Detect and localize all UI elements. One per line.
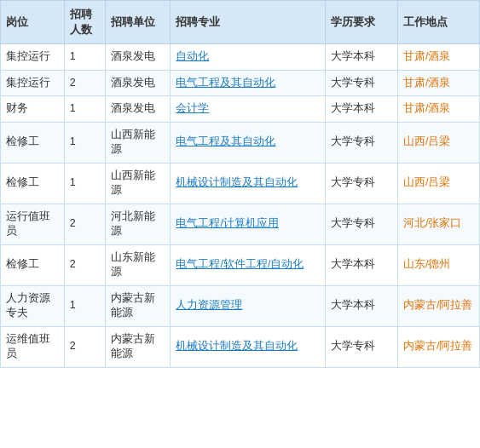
table-row: 运行值班员2河北新能源电气工程/计算机应用大学专科河北/张家口 <box>1 204 480 244</box>
cell-unit: 山西新能源 <box>105 163 171 204</box>
cell-unit: 酒泉发电 <box>105 96 171 123</box>
cell-major[interactable]: 自动化 <box>171 44 325 71</box>
cell-position: 运维值班员 <box>1 326 65 367</box>
cell-location: 甘肃/酒泉 <box>398 70 480 96</box>
cell-position: 集控运行 <box>1 44 65 71</box>
cell-major[interactable]: 电气工程及其自动化 <box>171 122 325 163</box>
job-table: 岗位 招聘人数 招聘单位 招聘专业 学历要求 工作地点 集控运行1酒泉发电自动化… <box>0 0 480 368</box>
cell-count: 1 <box>64 96 105 123</box>
col-header-edu: 学历要求 <box>325 1 397 44</box>
table-row: 集控运行2酒泉发电电气工程及其自动化大学专科甘肃/酒泉 <box>1 70 480 96</box>
cell-location: 山西/吕梁 <box>398 122 480 163</box>
col-header-loc: 工作地点 <box>398 1 480 44</box>
cell-count: 2 <box>64 326 105 367</box>
table-row: 财务1酒泉发电会计学大学本科甘肃/酒泉 <box>1 96 480 123</box>
cell-edu: 大学本科 <box>325 96 397 123</box>
table-row: 运维值班员2内蒙古新能源机械设计制造及其自动化大学专科内蒙古/阿拉善 <box>1 326 480 367</box>
cell-position: 检修工 <box>1 122 65 163</box>
cell-edu: 大学专科 <box>325 70 397 96</box>
table-row: 集控运行1酒泉发电自动化大学本科甘肃/酒泉 <box>1 44 480 71</box>
cell-location: 山西/吕梁 <box>398 163 480 204</box>
cell-edu: 大学专科 <box>325 122 397 163</box>
col-header-major: 招聘专业 <box>171 1 325 44</box>
cell-position: 运行值班员 <box>1 204 65 244</box>
cell-major[interactable]: 电气工程/软件工程/自动化 <box>171 244 325 285</box>
cell-major[interactable]: 会计学 <box>171 96 325 123</box>
cell-major[interactable]: 人力资源管理 <box>171 285 325 326</box>
table-row: 检修工1山西新能源机械设计制造及其自动化大学专科山西/吕梁 <box>1 163 480 204</box>
cell-count: 1 <box>64 163 105 204</box>
table-row: 检修工1山西新能源电气工程及其自动化大学专科山西/吕梁 <box>1 122 480 163</box>
cell-unit: 山东新能源 <box>105 244 171 285</box>
cell-location: 内蒙古/阿拉善 <box>398 326 480 367</box>
cell-edu: 大学本科 <box>325 244 397 285</box>
col-header-unit: 招聘单位 <box>105 1 171 44</box>
col-header-count: 招聘人数 <box>64 1 105 44</box>
cell-position: 检修工 <box>1 163 65 204</box>
cell-location: 甘肃/酒泉 <box>398 44 480 71</box>
cell-position: 人力资源专夫 <box>1 285 65 326</box>
cell-location: 河北/张家口 <box>398 204 480 244</box>
cell-major[interactable]: 电气工程/计算机应用 <box>171 204 325 244</box>
cell-edu: 大学专科 <box>325 326 397 367</box>
cell-count: 2 <box>64 204 105 244</box>
cell-location: 甘肃/酒泉 <box>398 96 480 123</box>
col-header-position: 岗位 <box>1 1 65 44</box>
cell-edu: 大学专科 <box>325 163 397 204</box>
cell-major[interactable]: 机械设计制造及其自动化 <box>171 163 325 204</box>
cell-location: 内蒙古/阿拉善 <box>398 285 480 326</box>
cell-position: 财务 <box>1 96 65 123</box>
cell-unit: 内蒙古新能源 <box>105 285 171 326</box>
table-header-row: 岗位 招聘人数 招聘单位 招聘专业 学历要求 工作地点 <box>1 1 480 44</box>
cell-position: 集控运行 <box>1 70 65 96</box>
cell-position: 检修工 <box>1 244 65 285</box>
cell-edu: 大学本科 <box>325 285 397 326</box>
cell-count: 1 <box>64 285 105 326</box>
cell-count: 1 <box>64 44 105 71</box>
cell-unit: 河北新能源 <box>105 204 171 244</box>
cell-count: 1 <box>64 122 105 163</box>
cell-unit: 内蒙古新能源 <box>105 326 171 367</box>
cell-major[interactable]: 电气工程及其自动化 <box>171 70 325 96</box>
cell-unit: 酒泉发电 <box>105 44 171 71</box>
cell-unit: 酒泉发电 <box>105 70 171 96</box>
cell-edu: 大学专科 <box>325 204 397 244</box>
cell-unit: 山西新能源 <box>105 122 171 163</box>
cell-count: 2 <box>64 70 105 96</box>
cell-location: 山东/德州 <box>398 244 480 285</box>
cell-edu: 大学本科 <box>325 44 397 71</box>
cell-major[interactable]: 机械设计制造及其自动化 <box>171 326 325 367</box>
cell-count: 2 <box>64 244 105 285</box>
table-row: 人力资源专夫1内蒙古新能源人力资源管理大学本科内蒙古/阿拉善 <box>1 285 480 326</box>
table-row: 检修工2山东新能源电气工程/软件工程/自动化大学本科山东/德州 <box>1 244 480 285</box>
